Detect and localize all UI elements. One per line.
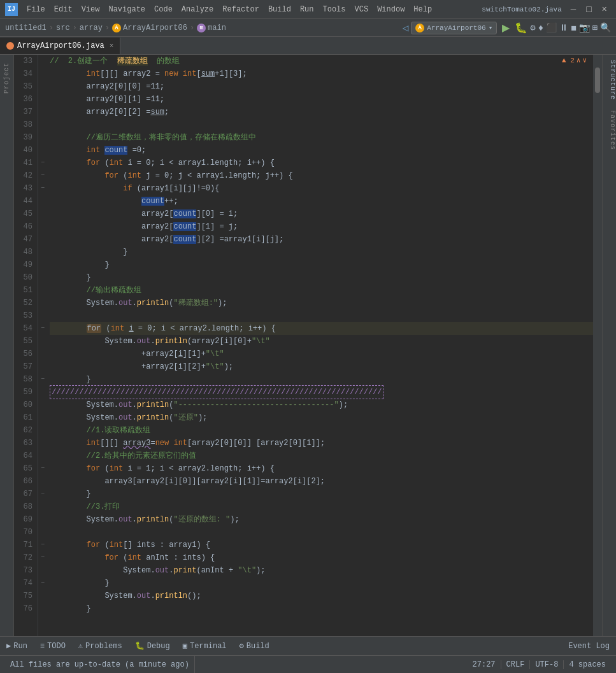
fold-72[interactable]: − [38,551,47,564]
line-num-58: 58 [17,373,32,386]
line-num-71: 71 [17,539,32,551]
main-area: Project ▲ 2 ∧ ∨ 33 34 35 36 37 38 39 40 … [0,55,616,636]
toolbar-build[interactable]: ⚙ Build [233,637,276,655]
debug-button[interactable]: 🐛 [515,22,527,34]
stop-button[interactable]: ⬛ [546,22,557,33]
toolbar-problems[interactable]: ⚠ Problems [72,637,129,655]
fold-47 [38,233,47,246]
build-project-button[interactable]: ◼ [571,22,576,33]
nav-back-icon[interactable]: ◁ [403,22,409,34]
toolbar-terminal[interactable]: ▣ Terminal [176,637,233,655]
menu-code[interactable]: Code [150,4,176,15]
run-config-chevron: ▾ [489,24,493,32]
statusbar: All files are up-to-date (a minute ago) … [0,655,616,673]
status-line-sep[interactable]: CRLF [501,660,531,669]
run-button[interactable]: ▶ [499,20,512,35]
fold-49 [38,259,47,271]
status-message-text: All files are up-to-date (a minute ago) [10,660,189,669]
structure-panel-label[interactable]: Structure [603,55,616,105]
menu-run[interactable]: Run [296,4,318,15]
fold-67[interactable]: − [38,488,47,500]
maximize-button[interactable]: □ [582,4,595,15]
status-indent-text: 4 spaces [569,660,606,669]
window-controls: — □ × [567,4,611,15]
menu-analyze[interactable]: Analyze [178,4,217,15]
breadcrumb-method-label: main [208,24,226,32]
fold-71[interactable]: − [38,539,47,551]
menu-view[interactable]: View [78,4,104,15]
toolbar-event-log[interactable]: Event Log [562,637,616,655]
fold-41[interactable]: − [38,157,47,169]
breadcrumb-project-label: untitled1 [5,24,47,32]
code-area[interactable]: // 2.创建一个 稀疏数组 的数组 int[][] array2 = new … [47,55,593,636]
fold-43[interactable]: − [38,182,47,195]
fold-46 [38,220,47,233]
fold-42[interactable]: − [38,169,47,182]
fold-70 [38,526,47,539]
status-indent[interactable]: 4 spaces [564,660,611,669]
line-num-74: 74 [17,577,32,590]
code-line-45: array2[count][0] = i; [50,208,593,220]
fold-51 [38,284,47,297]
fold-74[interactable]: − [38,577,47,590]
menu-vcs[interactable]: VCS [351,4,373,15]
run-more-button[interactable]: ♦ [538,23,543,33]
event-log-label: Event Log [568,642,610,651]
menu-refactor[interactable]: Refactor [218,4,263,15]
fold-62 [38,424,47,437]
run-config-dropdown[interactable]: A ArrayAirport06 ▾ [411,22,497,34]
code-line-44: count++; [50,195,593,208]
toolbar-todo[interactable]: ≡ TODO [34,637,72,655]
fold-54[interactable]: − [38,322,47,335]
menu-navigate[interactable]: Navigate [104,4,149,15]
menu-help[interactable]: Help [410,4,436,15]
editor-scrollbar[interactable] [593,55,602,636]
line-num-66: 66 [17,475,32,488]
toolbar-debug[interactable]: 🐛 Debug [129,637,176,655]
code-line-70 [50,526,593,539]
status-encoding[interactable]: UTF-8 [530,660,564,669]
breadcrumb-class[interactable]: A ArrayAirport06 [112,24,187,32]
menu-tools[interactable]: Tools [319,4,350,15]
fold-61 [38,411,47,424]
code-line-59: ////////////////////////////////////////… [50,386,593,399]
project-panel-label[interactable]: Project [3,62,10,94]
scrollbar-thumb[interactable] [595,67,600,93]
breadcrumb-src[interactable]: src [56,24,70,32]
favorites-panel-label[interactable]: Favorites [603,105,616,155]
code-line-62: //1.读取稀疏数组 [50,424,593,437]
fold-58[interactable]: − [38,373,47,386]
line-num-35: 35 [17,80,32,93]
status-position[interactable]: 27:27 [468,660,501,669]
run-with-coverage-button[interactable]: ⚙ [530,22,535,33]
breadcrumb-project[interactable]: untitled1 [5,24,47,32]
line-num-69: 69 [17,513,32,526]
menu-file[interactable]: File [23,4,49,15]
line-num-46: 46 [17,220,32,233]
breadcrumb-method[interactable]: m main [197,24,226,32]
fold-65[interactable]: − [38,462,47,475]
navbar: untitled1 › src › array › A ArrayAirport… [0,19,616,37]
breadcrumb-array-label: array [80,24,103,32]
fold-69 [38,513,47,526]
menu-window[interactable]: Window [373,4,408,15]
minimize-button[interactable]: — [567,4,580,15]
debug-toolbar-label: Debug [147,642,170,651]
profile-button[interactable]: 📷 [579,22,590,33]
problems-toolbar-label: Problems [85,642,122,651]
breadcrumb-array[interactable]: array [80,24,103,32]
fold-48 [38,246,47,259]
toolbar-run[interactable]: ▶ Run [0,637,34,655]
tab-close-button[interactable]: × [110,42,114,50]
menu-build[interactable]: Build [264,4,295,15]
close-button[interactable]: × [598,4,611,15]
pause-button[interactable]: ⏸ [559,23,568,33]
line-num-67: 67 [17,488,32,500]
menu-edit[interactable]: Edit [50,4,76,15]
code-line-67: } [50,488,593,500]
search-everywhere-button[interactable]: 🔍 [600,22,611,33]
fold-55 [38,335,47,348]
fold-59 [38,386,47,399]
tab-arrayairport06[interactable]: ArrayAirport06.java × [0,38,120,54]
layout-button[interactable]: ⊞ [592,22,598,33]
